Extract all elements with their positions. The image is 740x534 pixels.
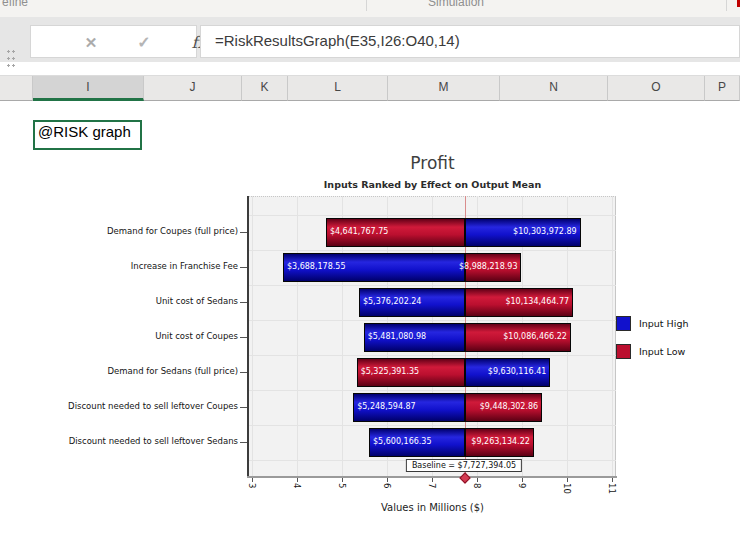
category-label: Unit cost of Sedans — [40, 296, 238, 306]
x-tick-label: 11 — [607, 483, 617, 494]
x-tick-label: 9 — [517, 483, 527, 488]
category-label: Increase in Franchise Fee — [40, 261, 238, 271]
x-tick-label: 5 — [337, 483, 347, 488]
gridline-v — [297, 196, 298, 477]
bar-value-right: $10,134,464.77 — [505, 297, 569, 306]
baseline-label: Baseline = $7,727,394.05 — [406, 459, 522, 472]
bar-value-right: $10,303,972.89 — [513, 227, 577, 236]
gridline-h — [249, 320, 616, 321]
gridline-v — [612, 196, 613, 477]
excel-window: efine Simulation ✕ ✓ fx =RiskResultsGrap… — [0, 0, 740, 534]
x-tick-mark — [252, 478, 253, 482]
bar-value-right: $10,086,466.22 — [503, 332, 567, 341]
chart-object[interactable]: $4,641,767.75$10,303,972.89Demand for Co… — [0, 0, 740, 534]
x-tick-label: 7 — [427, 483, 437, 488]
category-label: Discount needed to sell leftover Coupes — [40, 401, 238, 411]
legend-entry-input-low: Input Low — [616, 344, 688, 359]
bar-value-left: $5,481,080.98 — [368, 332, 427, 341]
legend-label-input-high: Input High — [639, 318, 688, 329]
x-tick-mark — [477, 478, 478, 482]
bar-value-right: $9,448,302.86 — [480, 402, 539, 411]
category-label: Demand for Coupes (full price) — [40, 226, 238, 236]
bar-value-left: $5,325,391.35 — [361, 367, 420, 376]
x-tick-mark — [522, 478, 523, 482]
x-tick-mark — [297, 478, 298, 482]
legend-swatch-input-low — [616, 344, 631, 359]
bar-value-right: $9,263,134.22 — [471, 437, 530, 446]
y-axis-line — [247, 196, 249, 477]
bar-value-left: $5,248,594.87 — [357, 402, 416, 411]
bar-value-left: $5,376,202.24 — [363, 297, 422, 306]
x-tick-label: 4 — [292, 483, 302, 488]
category-label: Demand for Sedans (full price) — [40, 366, 238, 376]
legend-label-input-low: Input Low — [639, 346, 685, 357]
x-tick-mark — [342, 478, 343, 482]
bar-value-left: $3,688,178.55 — [287, 262, 346, 271]
x-tick-label: 6 — [382, 483, 392, 488]
gridline-h — [249, 250, 616, 251]
x-tick-label: 3 — [247, 483, 257, 488]
chart-legend: Input High Input Low — [616, 316, 688, 372]
x-tick-mark — [567, 478, 568, 482]
x-tick-mark — [612, 478, 613, 482]
gridline-h — [249, 215, 616, 216]
gridline-h — [249, 390, 616, 391]
legend-swatch-input-high — [616, 316, 631, 331]
legend-entry-input-high: Input High — [616, 316, 688, 331]
x-tick-mark — [387, 478, 388, 482]
x-tick-label: 10 — [562, 483, 572, 494]
category-label: Discount needed to sell leftover Sedans — [40, 436, 238, 446]
bar-value-right: $8,988,218.93 — [459, 262, 518, 271]
x-tick-mark — [432, 478, 433, 482]
bar-value-left: $5,600,166.35 — [373, 437, 432, 446]
bar-value-left: $4,641,767.75 — [330, 227, 389, 236]
bar-value-right: $9,630,116.41 — [488, 367, 547, 376]
category-label: Unit cost of Coupes — [40, 331, 238, 341]
gridline-h — [249, 285, 616, 286]
x-axis-title: Values in Millions ($) — [249, 502, 616, 513]
x-axis-line — [247, 476, 617, 478]
gridline-v — [252, 196, 253, 477]
gridline-h — [249, 355, 616, 356]
gridline-h — [249, 425, 616, 426]
x-tick-label: 8 — [472, 483, 482, 488]
